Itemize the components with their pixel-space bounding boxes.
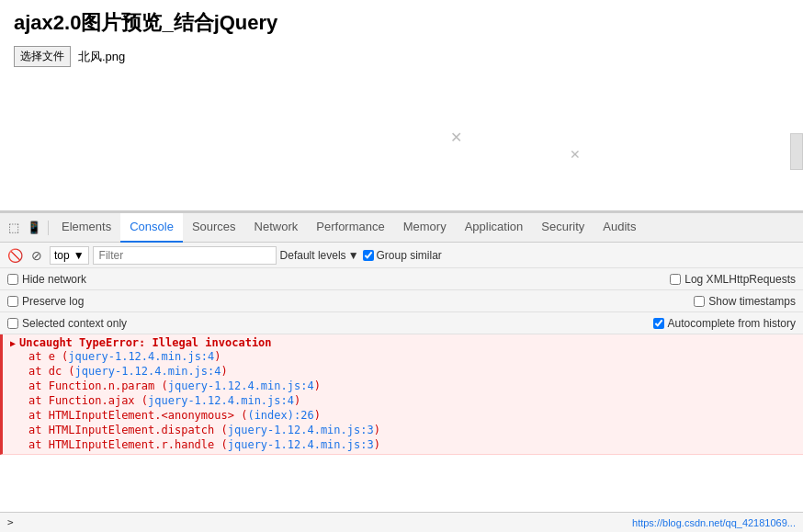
stack-line-5: at HTMLInputElement.dispatch (jquery-1.1… [10, 423, 797, 437]
stop-icon[interactable]: ⊘ [28, 246, 46, 265]
tab-elements[interactable]: Elements [52, 213, 120, 243]
levels-arrow-icon: ▼ [348, 249, 359, 262]
stack-line-6: at HTMLInputElement.r.handle (jquery-1.1… [10, 437, 797, 452]
log-xmlhttp-label[interactable]: Log XMLHttpRequests [670, 273, 796, 286]
inspect-icon[interactable]: ⬚ [4, 218, 24, 238]
autocomplete-checkbox[interactable] [653, 318, 664, 329]
stack-line-3: at Function.ajax (jquery-1.12.4.min.js:4… [10, 393, 797, 408]
right-checkboxes-3: Autocomplete from history [653, 317, 796, 330]
hide-network-checkbox[interactable] [7, 274, 18, 285]
stack-link-5[interactable]: jquery-1.12.4.min.js:3 [228, 424, 374, 436]
page-content: ajax2.0图片预览_结合jQuery 选择文件 北风.png ✕ ✕ [0, 0, 803, 211]
tab-application[interactable]: Application [456, 213, 533, 243]
tab-console[interactable]: Console [120, 213, 183, 243]
right-panel-stub [790, 133, 803, 170]
stack-line-4: at HTMLInputElement.<anonymous> ((index)… [10, 408, 797, 423]
tab-audits[interactable]: Audits [594, 213, 645, 243]
stack-line-2: at Function.n.param (jquery-1.12.4.min.j… [10, 379, 797, 393]
stack-link-3[interactable]: jquery-1.12.4.min.js:4 [148, 394, 294, 407]
stack-link-6[interactable]: jquery-1.12.4.min.js:3 [228, 438, 374, 451]
stack-link-1[interactable]: jquery-1.12.4.min.js:4 [75, 365, 221, 378]
stack-link-4[interactable]: (index):26 [247, 409, 313, 422]
file-name: 北风.png [78, 49, 125, 65]
tab-separator [48, 221, 49, 235]
selected-context-label[interactable]: Selected context only [7, 317, 127, 330]
device-icon[interactable]: 📱 [24, 218, 44, 238]
devtools-panel: ⬚ 📱 Elements Console Sources Network Per… [0, 211, 803, 532]
right-checkboxes-1: Log XMLHttpRequests [670, 273, 796, 286]
filter-input[interactable] [93, 246, 277, 265]
cross-icon: ✕ [450, 129, 462, 146]
autocomplete-label[interactable]: Autocomplete from history [653, 317, 796, 330]
checkboxes-row-2: Preserve log Show timestamps [0, 290, 803, 312]
default-levels-dropdown[interactable]: Default levels ▼ [280, 249, 359, 262]
context-dropdown[interactable]: top ▼ [50, 246, 89, 265]
show-timestamps-checkbox[interactable] [694, 296, 705, 307]
right-checkboxes-2: Show timestamps [694, 295, 796, 308]
selected-context-checkbox[interactable] [7, 318, 18, 329]
log-xmlhttp-checkbox[interactable] [670, 274, 681, 285]
preserve-log-label[interactable]: Preserve log [7, 295, 84, 308]
error-message: Uncaught TypeError: Illegal invocation [19, 336, 272, 349]
clear-console-icon[interactable]: 🚫 [6, 246, 24, 265]
stack-line-0: at e (jquery-1.12.4.min.js:4) [10, 349, 797, 364]
dropdown-arrow-icon: ▼ [74, 249, 85, 262]
stack-line-1: at dc (jquery-1.12.4.min.js:4) [10, 364, 797, 379]
bottom-bar: > https://blog.csdn.net/qq_42181069... [0, 512, 803, 532]
group-similar-checkbox[interactable] [363, 250, 374, 261]
console-output: ▶ Uncaught TypeError: Illegal invocation… [0, 334, 803, 512]
checkboxes-row-3: Selected context only Autocomplete from … [0, 312, 803, 334]
console-prompt: > [7, 516, 14, 528]
hide-network-label[interactable]: Hide network [7, 273, 86, 286]
bottom-url: https://blog.csdn.net/qq_42181069... [632, 517, 796, 528]
group-similar-label[interactable]: Group similar [363, 249, 442, 262]
preserve-log-checkbox[interactable] [7, 296, 18, 307]
page-title: ajax2.0图片预览_结合jQuery [14, 9, 789, 37]
tab-performance[interactable]: Performance [307, 213, 393, 243]
file-section: 选择文件 北风.png [14, 46, 789, 67]
error-entry: ▶ Uncaught TypeError: Illegal invocation… [0, 334, 803, 455]
error-main-line: ▶ Uncaught TypeError: Illegal invocation [10, 336, 797, 349]
tab-network[interactable]: Network [245, 213, 308, 243]
toolbar-row: 🚫 ⊘ top ▼ Default levels ▼ Group similar [0, 243, 803, 268]
stack-link-2[interactable]: jquery-1.12.4.min.js:4 [168, 379, 314, 392]
show-timestamps-label[interactable]: Show timestamps [694, 295, 796, 308]
expand-arrow-icon[interactable]: ▶ [10, 338, 16, 348]
cross-icon-2: ✕ [570, 147, 581, 162]
tabs-row: ⬚ 📱 Elements Console Sources Network Per… [0, 213, 803, 243]
file-button[interactable]: 选择文件 [14, 46, 71, 67]
checkboxes-row-1: Hide network Log XMLHttpRequests [0, 268, 803, 290]
stack-link-0[interactable]: jquery-1.12.4.min.js:4 [68, 350, 214, 363]
tab-memory[interactable]: Memory [394, 213, 456, 243]
tab-sources[interactable]: Sources [183, 213, 245, 243]
tab-security[interactable]: Security [532, 213, 594, 243]
